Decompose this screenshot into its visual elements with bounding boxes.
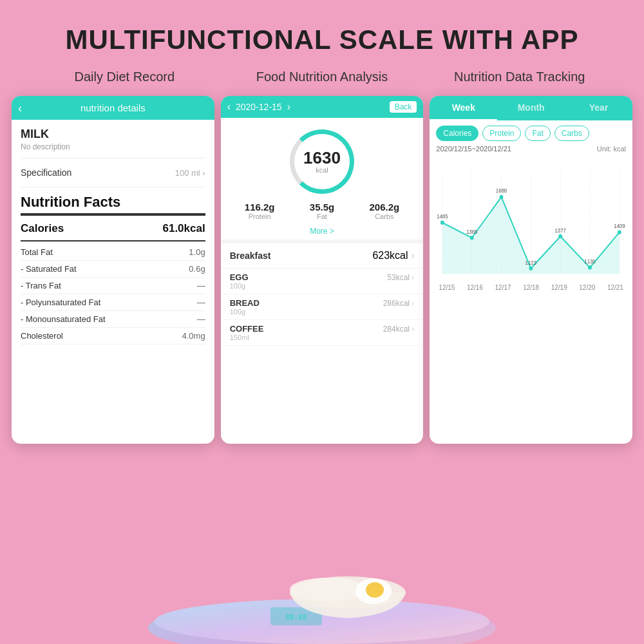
svg-point-12 [290,578,367,601]
x-axis-label: 12/18 [523,284,539,291]
chart-label: 1485 [437,214,448,220]
food-item-row[interactable]: EGG 53kcal › 100g [221,269,424,294]
x-axis-label: 12/16 [467,284,483,291]
s3-filter-row: CaloriesProteinFatCarbs [436,126,626,141]
svg-text:88:88: 88:88 [285,613,307,621]
nutrient-row: - Saturated Fat0.6g [21,261,205,278]
x-axis-label: 12/20 [579,284,595,291]
x-axis-label: 12/15 [439,284,455,291]
s1-spec-value: 100 ml › [175,168,205,178]
macro-item: 35.5gFat [310,202,334,220]
screen-food-analysis: ‹ 2020-12-15 › Back 1630 kcal 116.2gProt… [221,96,424,444]
s2-calorie-circle: 1630 kcal [290,129,354,194]
s2-prev-arrow[interactable]: ‹ [227,101,231,113]
nutrient-row: - Polyunsaturated Fat— [21,294,205,311]
s1-calories-label: Calories [21,222,64,235]
s1-calories-row: Calories 61.0kcal [21,220,205,238]
s1-header-title: nutrition details [80,102,146,113]
x-axis-label: 12/21 [607,284,623,291]
s1-calories-value: 61.0kcal [162,222,205,235]
filter-calories[interactable]: Calories [436,126,478,141]
s3-date-range: 2020/12/15~2020/12/21 Unit: kcal [436,145,626,153]
section-label-3: Nutrition Data Tracking [421,70,618,84]
s2-back-button[interactable]: Back [390,101,417,113]
section-labels: Daily Diet Record Food Nutrition Analysi… [0,55,644,96]
s2-circle-area: 1630 kcal [221,118,424,199]
s2-date: 2020-12-15 [236,102,282,112]
nutrient-row: Cholesterol4.0mg [21,328,205,345]
chart-label: 1377 [555,227,567,233]
chart-point [470,236,474,240]
chart-label: 1365 [466,229,478,235]
chart-point [500,195,504,199]
screen-nutrition-details: ‹ nutrition details MILK No description … [12,96,214,444]
s1-spec-row[interactable]: Specification 100 ml › [21,165,205,180]
s3-header: WeekMonthYear [430,96,632,120]
x-axis-label: 12/17 [495,284,511,291]
s2-meals-list: Breakfast623kcal › EGG 53kcal › 100g BRE… [221,243,424,346]
food-item-row[interactable]: BREAD 286kcal › 100g [221,294,424,320]
filter-carbs[interactable]: Carbs [554,126,589,141]
chart-label: 1409 [614,223,625,229]
s2-macros: 116.2gProtein35.5gFat206.2gCarbs [221,199,424,227]
section-label-1: Daily Diet Record [26,70,223,84]
filter-fat[interactable]: Fat [525,126,550,141]
macro-item: 206.2gCarbs [369,202,399,220]
main-title: MULTIFUNCTIONAL SCALE WITH APP [0,0,644,55]
s1-nf-title: Nutrition Facts [21,194,205,211]
s2-more-link[interactable]: More > [221,227,424,240]
screens-row: ‹ nutrition details MILK No description … [0,96,644,444]
chart-label: 1130 [585,259,596,265]
chart-point [618,230,621,234]
chart-point [529,267,533,270]
meal-row[interactable]: Breakfast623kcal › [221,243,424,269]
s1-body: MILK No description Specification 100 ml… [12,120,214,352]
s3-body: CaloriesProteinFatCarbs 2020/12/15~2020/… [430,120,632,296]
s3-chart-svg: 1485136516881123137711301409 [436,155,626,284]
chart-point [588,265,592,269]
chart-point [440,221,444,225]
filter-protein[interactable]: Protein [482,126,521,141]
s1-header: ‹ nutrition details [12,96,214,120]
s1-nutrients-list: Total Fat1.0g- Saturated Fat0.6g- Trans … [21,244,205,345]
s1-spec-label: Specification [21,167,71,178]
tab-week[interactable]: Week [430,96,497,120]
chart-point [559,234,563,238]
chart-label: 1123 [526,260,537,265]
s3-unit: Unit: kcal [597,145,626,153]
screen-data-tracking: WeekMonthYear CaloriesProteinFatCarbs 20… [430,96,632,444]
s3-chart: 1485136516881123137711301409 [436,155,626,284]
section-label-2: Food Nutrition Analysis [223,70,421,84]
scale-svg: 88:88 [129,502,515,644]
s2-header: ‹ 2020-12-15 › Back [221,96,424,118]
chart-label: 1688 [496,188,507,194]
tab-year[interactable]: Year [565,96,632,120]
x-axis-label: 12/19 [551,284,567,291]
nutrient-row: - Trans Fat— [21,278,205,294]
s2-calories-unit: kcal [316,166,328,174]
s2-next-arrow[interactable]: › [287,101,290,113]
back-arrow-icon[interactable]: ‹ [18,101,22,115]
s1-food-name: MILK [21,128,205,141]
tab-month[interactable]: Month [497,96,565,120]
nutrient-row: - Monounsaturated Fat— [21,311,205,328]
s3-x-labels: 12/1512/1612/1712/1812/1912/2012/21 [436,284,626,291]
s2-calories-num: 1630 [303,149,341,166]
s1-food-desc: No description [21,142,205,151]
scale-area: 88:88 [129,502,515,644]
svg-point-14 [366,582,384,598]
nutrient-row: Total Fat1.0g [21,244,205,261]
macro-item: 116.2gProtein [245,202,275,220]
food-item-row[interactable]: COFFEE 284kcal › 150ml [221,320,424,346]
s3-date-range-label: 2020/12/15~2020/12/21 [436,145,511,153]
